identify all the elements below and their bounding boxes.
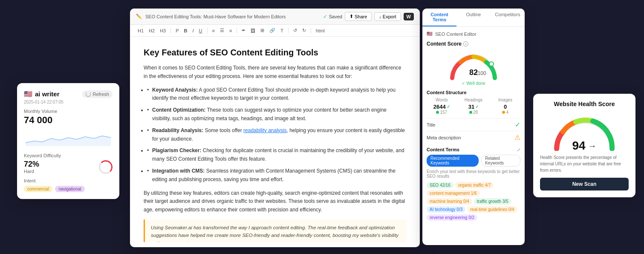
toolbar-h2[interactable]: H2 xyxy=(147,27,156,34)
toolbar-italic[interactable]: I xyxy=(191,27,195,34)
refresh-button[interactable]: Refresh xyxy=(82,90,113,98)
keyword-tag-traffic[interactable]: traffic growth 3/5 xyxy=(474,198,511,205)
export-icon: ↓ xyxy=(379,14,381,19)
dark-mode-button[interactable]: W xyxy=(404,13,414,20)
toolbar-h1[interactable]: H1 xyxy=(136,27,145,34)
tab-content-terms[interactable]: Content Terms xyxy=(422,9,456,26)
kd-value: 72% xyxy=(24,160,39,169)
content-terms-header: Content Terms ⤢ xyxy=(427,147,520,152)
right-tabs: Content Terms Outline Competitors xyxy=(422,9,525,27)
subtab-related[interactable]: Related Keywords xyxy=(481,155,520,167)
subtab-recommended[interactable]: Recommended Keywords xyxy=(427,155,479,167)
toolbar-underline[interactable]: U xyxy=(197,27,204,34)
toolbar-h3[interactable]: H3 xyxy=(158,27,167,34)
editor-para2: By utilizing these key features, editors… xyxy=(144,189,406,214)
flag-us-icon: 🇺🇸 xyxy=(427,31,433,37)
keyword-tags: SEO 42/16 organic traffic 4/7 content ma… xyxy=(427,182,520,221)
toolbar-p[interactable]: P xyxy=(174,27,180,34)
sparkline-chart xyxy=(24,129,113,146)
bullet-content-optimization: Content Optimization: These tools can su… xyxy=(147,106,406,123)
gauge-container: 82 /100 ✓ Well done xyxy=(427,50,520,86)
share-button[interactable]: ⬆ Share xyxy=(345,12,372,21)
flag-icon: 🇺🇸 xyxy=(24,90,32,98)
keyword-tag-machine[interactable]: machine learning 0/4 xyxy=(427,198,472,205)
toolbar-html[interactable]: html xyxy=(314,27,326,34)
right-panel: Content Terms Outline Competitors 🇺🇸 SEO… xyxy=(422,9,525,245)
toolbar-image[interactable]: 🖼 xyxy=(249,27,257,34)
toolbar-link[interactable]: 🔗 xyxy=(268,27,277,34)
commercial-badge: commercial xyxy=(24,186,52,192)
right-panel-body: 🇺🇸 SEO Content Editor Content Score i xyxy=(422,27,525,225)
saved-button[interactable]: ✓ Saved xyxy=(323,14,342,20)
images-dot xyxy=(502,111,505,114)
share-icon: ⬆ xyxy=(349,14,353,19)
toolbar-list-ol[interactable]: ≡ xyxy=(228,27,234,34)
tab-outline[interactable]: Outline xyxy=(456,9,491,26)
refresh-icon xyxy=(86,92,91,97)
ai-writer-card: 🇺🇸 ai writer Refresh 2025-01-14 22:07:05… xyxy=(17,83,119,199)
health-title: Website Health Score xyxy=(540,101,629,107)
toolbar-sep-4 xyxy=(288,28,289,34)
words-dot xyxy=(436,111,439,114)
toolbar-pen[interactable]: ✒ xyxy=(240,27,247,34)
svg-text:/100: /100 xyxy=(476,70,486,76)
navigational-badge: navigational xyxy=(55,186,84,192)
intent-label: Intent xyxy=(24,178,113,183)
toolbar-table[interactable]: ⊞ xyxy=(259,27,266,34)
keyword-tag-realtime[interactable]: real-time guidelines 0/4 xyxy=(467,206,517,213)
toolbar-redo[interactable]: ↻ xyxy=(300,27,308,34)
quote-text: Using Seomaker.ai has transformed the wa… xyxy=(151,224,400,242)
svg-point-1 xyxy=(489,62,494,66)
pencil-icon: ✏️ xyxy=(136,14,142,19)
bullet-readability: Readability Analysis: Some tools offer r… xyxy=(147,127,406,144)
expand-icon[interactable]: ⤢ xyxy=(517,147,520,152)
title-row: Title ✓ xyxy=(427,118,520,131)
enrich-text: Enrich your text with these keywords to … xyxy=(427,169,520,179)
health-gauge-container: 94 → xyxy=(540,113,629,151)
export-button[interactable]: ↓ Export xyxy=(374,12,401,21)
meta-description-row: Meta description ⚠ xyxy=(427,131,520,144)
headings-cell: Headings 31 ✓ 28 xyxy=(459,98,489,115)
content-score-label: Content Score i xyxy=(427,41,520,47)
toolbar-sep-3 xyxy=(237,28,237,34)
toolbar-undo[interactable]: ↺ xyxy=(292,27,299,34)
editor-para1: When it comes to SEO Content Editing Too… xyxy=(144,64,406,81)
content-structure-grid: Words 2644 ✓ 157 Headings 31 ✓ 28 xyxy=(427,98,520,115)
words-cell: Words 2644 ✓ 157 xyxy=(427,98,457,115)
bullet-plagiarism: Plagiarism Checker: Checking for duplica… xyxy=(147,147,406,164)
kd-circle-chart xyxy=(99,160,113,174)
monthly-volume-value: 74 000 xyxy=(24,115,113,126)
title-check-icon: ✓ xyxy=(515,121,520,129)
timestamp: 2025-01-14 22:07:05 xyxy=(24,100,113,104)
new-scan-button[interactable]: New Scan xyxy=(540,178,629,190)
kd-hard-label: Hard xyxy=(24,169,39,174)
toolbar-align[interactable]: ≡ xyxy=(211,27,217,34)
toolbar-text[interactable]: T xyxy=(279,27,285,34)
health-score-value: 94 → xyxy=(572,139,596,153)
toolbar: H1 H2 H3 P B I U ≡ ☰ ≡ ✒ 🖼 ⊞ 🔗 T ↺ ↻ htm… xyxy=(130,25,420,37)
intent-badges: commercial navigational xyxy=(24,186,113,192)
headings-dot xyxy=(469,111,472,114)
editor-content[interactable]: Key Features of SEO Content Editing Tool… xyxy=(130,37,420,242)
keyword-tag-seo[interactable]: SEO 42/16 xyxy=(427,182,453,188)
tab-competitors[interactable]: Competitors xyxy=(491,9,525,26)
gauge-svg: 82 /100 xyxy=(446,50,501,80)
keyword-tag-organic[interactable]: organic traffic 4/7 xyxy=(455,182,494,188)
keyword-tag-reverse[interactable]: reverse engineering 0/2 xyxy=(427,214,477,221)
left-card-header: 🇺🇸 ai writer Refresh xyxy=(24,90,113,98)
keyword-tag-ai[interactable]: AI technology 0/3 xyxy=(427,206,465,213)
kd-row: 72% Hard xyxy=(24,160,113,174)
toolbar-bold[interactable]: B xyxy=(182,27,189,34)
ai-writer-title: ai writer xyxy=(35,90,60,98)
toolbar-sep-1 xyxy=(170,28,171,34)
images-cell: Images 0 4 xyxy=(490,98,520,115)
keyword-tag-content-mgmt[interactable]: content management 1/6 xyxy=(427,190,480,196)
content-structure-label: Content Structure xyxy=(427,90,520,95)
toolbar-sep-2 xyxy=(207,28,208,34)
toolbar-list-ul[interactable]: ☰ xyxy=(218,27,226,34)
toolbar-sep-5 xyxy=(311,28,311,34)
health-score-card: Website Health Score 94 → Health Score p… xyxy=(533,94,635,197)
info-icon[interactable]: i xyxy=(463,41,468,46)
arrow-icon: → xyxy=(588,141,597,151)
top-bar-title: SEO Content Editing Tools: Must-Have Sof… xyxy=(145,14,320,19)
